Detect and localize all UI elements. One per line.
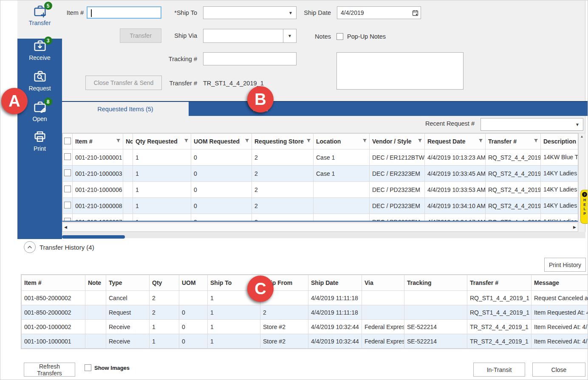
sidebar-item-transfer[interactable]: 5Transfer <box>17 0 62 39</box>
cell-qty-requested: 1 <box>133 182 191 198</box>
column-header-ship-date[interactable]: Ship Date <box>308 275 362 291</box>
item-number-input[interactable] <box>87 6 161 19</box>
cell-ship-to: 1 <box>208 334 260 349</box>
in-transit-button[interactable]: In-Transit <box>473 363 525 377</box>
history-collapse-button[interactable] <box>24 241 36 253</box>
cell-note <box>85 334 106 349</box>
table-row[interactable]: 001-100-1000001Receive101Store #24/4/201… <box>22 334 588 349</box>
column-header-uom-requested[interactable]: UOM Requested <box>191 134 252 149</box>
help-tab[interactable]: ? HELP <box>580 190 588 224</box>
cell-transfer-: RQ_ST2_4_4_2019_2 <box>486 166 541 182</box>
cell-vendor-style: DEC / ER1212BTW <box>370 149 425 166</box>
table-row[interactable]: 001-850-2000002Cancel214/4/2019 11:11:18… <box>22 291 588 305</box>
show-images-label: Show Images <box>94 365 130 371</box>
popup-notes-checkbox[interactable] <box>336 33 343 40</box>
close-transfer-send-button[interactable]: Close Transfer & Send <box>85 76 162 90</box>
row-select-cell <box>63 182 73 198</box>
ship-to-select[interactable]: ▼ <box>203 6 297 19</box>
open-icon: 8 <box>31 100 48 114</box>
column-header-nc[interactable]: Nc <box>123 134 133 149</box>
table-row[interactable]: 001-210-1000007102DEC / PD2323EM4/4/2019… <box>63 214 579 222</box>
row-checkbox[interactable] <box>64 202 71 208</box>
filter-icon[interactable] <box>116 138 121 143</box>
table-row[interactable]: 001-210-1000003102Case 1DEC / ER2323EM4/… <box>63 166 579 182</box>
column-header-transfer-[interactable]: Transfer # <box>467 275 531 291</box>
scrollbar-thumb[interactable] <box>62 235 125 239</box>
transfer-button[interactable]: Transfer <box>120 28 161 43</box>
cell-item-: 001-210-1000008 <box>73 198 123 214</box>
column-header-via[interactable]: Via <box>362 275 404 291</box>
print-history-button[interactable]: Print History <box>544 258 586 272</box>
tab-requested-items[interactable]: Requested Items (5) <box>62 102 189 116</box>
filter-icon[interactable] <box>184 138 189 143</box>
chevron-down-icon[interactable]: ▼ <box>572 122 583 127</box>
cell-qty: 1 <box>150 320 179 334</box>
horizontal-scrollbar[interactable]: ◀ ▶ <box>62 222 578 232</box>
row-checkbox[interactable] <box>64 186 71 192</box>
column-header-vendor-style[interactable]: Vendor / Style <box>370 134 425 149</box>
scroll-up-icon[interactable]: ▲ <box>580 135 584 138</box>
filter-icon[interactable] <box>478 138 483 143</box>
column-header-message[interactable]: Message <box>531 275 588 291</box>
sidebar-item-print[interactable]: Print <box>17 128 62 160</box>
filter-icon[interactable] <box>362 138 367 143</box>
sidebar-item-label: Open <box>32 115 47 122</box>
cell-ship-to: 1 <box>208 305 260 320</box>
table-row[interactable]: 001-200-1000002Receive101Store #24/4/201… <box>22 320 588 334</box>
count-badge: 3 <box>44 37 52 45</box>
column-header-transfer-[interactable]: Transfer # <box>486 134 541 149</box>
column-header-request-date[interactable]: Request Date <box>425 134 486 149</box>
cell-uom: 0 <box>179 305 208 320</box>
cell-vendor-style: DEC / PD2323EM <box>370 214 425 222</box>
column-header-uom[interactable]: UOM <box>179 275 208 291</box>
cell-vendor-style: DEC / ER2323EM <box>370 166 425 182</box>
column-header-note[interactable]: Note <box>85 275 106 291</box>
close-button[interactable]: Close <box>532 363 585 377</box>
column-header-tracking[interactable]: Tracking <box>404 275 467 291</box>
cell-transfer-: RQ_ST2_4_4_2019_3 <box>486 182 541 198</box>
chevron-down-icon[interactable]: ▼ <box>285 11 296 15</box>
filter-icon[interactable] <box>245 138 249 143</box>
column-header-requesting-store[interactable]: Requesting Store <box>252 134 314 149</box>
column-header-select[interactable] <box>63 134 73 149</box>
chevron-down-icon[interactable]: ▼ <box>283 29 296 42</box>
select-all-checkbox[interactable] <box>64 138 71 144</box>
calendar-icon[interactable] <box>410 10 421 16</box>
column-header-qty[interactable]: Qty <box>150 275 179 291</box>
table-row[interactable]: 001-210-1000006102DEC / PD2323EM4/4/2019… <box>63 182 579 198</box>
cell-transfer-: TR_ST2_4_4_2019_1 <box>467 320 531 334</box>
help-icon: ? <box>582 192 587 197</box>
table-row[interactable]: 001-210-1000008102DEC / PD2323EM4/4/2019… <box>63 198 579 214</box>
cell-note <box>85 320 106 334</box>
row-checkbox[interactable] <box>64 169 71 176</box>
scroll-right-icon[interactable]: ▶ <box>573 225 576 229</box>
filter-icon[interactable] <box>418 138 422 143</box>
cell-ship-from: 2 <box>260 305 308 320</box>
column-header-type[interactable]: Type <box>106 275 150 291</box>
cell-vendor-style: DEC / PD2323EM <box>370 198 425 214</box>
column-header-item-[interactable]: Item # <box>73 134 123 149</box>
cell-uom: 0 <box>179 334 208 349</box>
refresh-transfers-button[interactable]: Refresh Transfers <box>24 363 75 377</box>
column-header-description[interactable]: Description <box>541 134 579 149</box>
sidebar-item-receive[interactable]: 3Receive <box>17 37 62 69</box>
annotation-circle-c: C <box>247 276 274 302</box>
ship-date-picker[interactable]: 4/4/2019 <box>337 6 421 19</box>
column-header-qty-requested[interactable]: Qty Requested <box>133 134 191 149</box>
table-row[interactable]: 001-210-1000001102Case 1DEC / ER1212BTW4… <box>63 149 579 166</box>
ship-via-select[interactable]: ▼ <box>203 29 297 43</box>
cell-message: Item Received At: 4/ <box>531 334 588 349</box>
notes-textarea[interactable] <box>336 52 464 90</box>
table-row[interactable]: 001-850-2000002Request20124/4/2019 11:11… <box>22 305 588 320</box>
scroll-left-icon[interactable]: ◀ <box>64 225 67 229</box>
filter-icon[interactable] <box>306 138 311 143</box>
tracking-input[interactable] <box>203 52 297 65</box>
show-images-checkbox[interactable] <box>85 364 91 371</box>
cell-location: Case 1 <box>314 166 370 182</box>
column-header-item-[interactable]: Item # <box>22 275 85 291</box>
row-checkbox[interactable] <box>64 218 71 222</box>
column-header-location[interactable]: Location <box>314 134 370 149</box>
filter-icon[interactable] <box>534 138 538 143</box>
row-checkbox[interactable] <box>64 153 71 160</box>
recent-request-select[interactable]: ▼ <box>481 118 583 131</box>
